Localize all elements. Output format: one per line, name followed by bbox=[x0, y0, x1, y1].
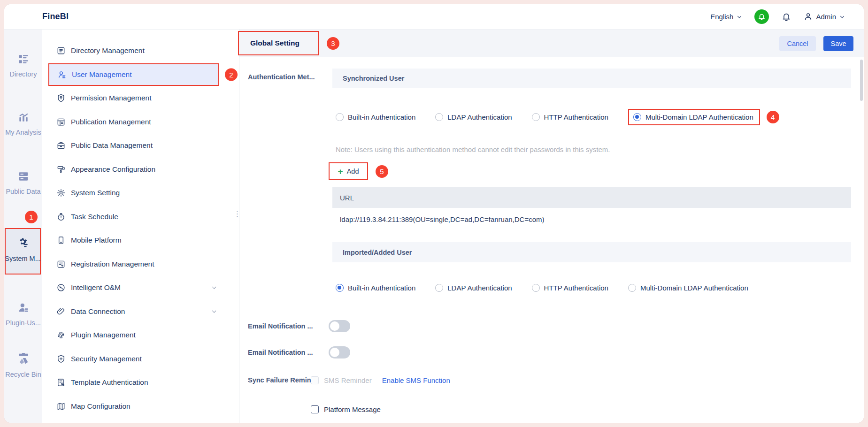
rail-item-plugin-us-[interactable]: Plugin-Us... bbox=[4, 301, 42, 327]
template-authentication-icon bbox=[56, 378, 66, 387]
radio-button[interactable] bbox=[532, 284, 540, 292]
enable-sms-link[interactable]: Enable SMS Function bbox=[382, 376, 450, 384]
menu-item-registration-management[interactable]: Registration Management bbox=[42, 252, 239, 276]
email-notification-toggle-2[interactable] bbox=[329, 346, 350, 358]
menu-item-public-data-management[interactable]: Public Data Management bbox=[42, 134, 239, 158]
person-icon bbox=[804, 12, 813, 21]
platform-message-checkbox[interactable] bbox=[311, 405, 319, 413]
step-badge-5: 5 bbox=[376, 165, 388, 178]
radio-ldap-authentication[interactable]: LDAP Authentication bbox=[435, 113, 512, 121]
menu-item-security-management[interactable]: Security Management bbox=[42, 347, 239, 371]
radio-built-in-authentication[interactable]: Built-in Authentication bbox=[336, 113, 415, 121]
step-badge-1: 1 bbox=[25, 211, 38, 223]
public-data-management-icon bbox=[56, 141, 66, 150]
bell-icon bbox=[757, 12, 766, 21]
appearance-configuration-icon bbox=[56, 165, 66, 174]
sms-reminder-label: SMS Reminder bbox=[324, 376, 372, 384]
radio-button[interactable] bbox=[336, 113, 344, 121]
rail-item-public-data[interactable]: Public Data bbox=[4, 169, 42, 195]
recycle-bin-icon bbox=[16, 352, 31, 366]
plugin-user-icon bbox=[16, 301, 31, 315]
step-badge-4: 4 bbox=[767, 111, 779, 123]
app-logo: FineBI bbox=[42, 12, 69, 22]
imported-user-header: Imported/Added User bbox=[332, 242, 851, 262]
vertical-scrollbar[interactable] bbox=[860, 60, 863, 101]
user-name: Admin bbox=[816, 13, 836, 21]
email-notification-row-2: Email Notification ... bbox=[248, 345, 350, 359]
menu-item-permission-management[interactable]: Permission Management bbox=[42, 86, 239, 110]
user-menu[interactable]: Admin bbox=[804, 12, 845, 21]
rail-item-directory[interactable]: Directory bbox=[4, 52, 42, 78]
menu-item-intelligent-o-m[interactable]: Intelligent O&M bbox=[42, 276, 239, 300]
cancel-button[interactable]: Cancel bbox=[779, 36, 816, 51]
module-rail: DirectoryMy AnalysisPublic Data1System M… bbox=[4, 30, 42, 423]
radio-button[interactable] bbox=[435, 284, 443, 292]
main-panel: Global Setting 3 Cancel Save Authenticat… bbox=[239, 30, 864, 423]
save-button[interactable]: Save bbox=[823, 36, 853, 51]
radio-multi-domain-ldap-authentication[interactable]: Multi-Domain LDAP Authentication bbox=[628, 284, 748, 292]
plus-icon: + bbox=[338, 167, 343, 176]
plugin-management-icon bbox=[56, 330, 66, 340]
chevron-down-icon bbox=[737, 14, 742, 20]
radio-multi-domain-ldap-authentication[interactable]: Multi-Domain LDAP Authentication bbox=[633, 113, 753, 121]
sms-reminder-checkbox[interactable] bbox=[311, 376, 319, 384]
radio-button[interactable] bbox=[336, 284, 344, 292]
notification-enabled-icon[interactable] bbox=[754, 9, 769, 24]
screenshot-stage: FineBI English Admin bbox=[0, 0, 868, 427]
system-management-icon bbox=[17, 237, 29, 251]
rail-item-recycle-bin[interactable]: Recycle Bin bbox=[4, 352, 42, 378]
bell-outline-icon bbox=[781, 12, 791, 22]
url-table-header: URL bbox=[332, 187, 851, 208]
add-button[interactable]: + Add bbox=[329, 162, 368, 180]
email-notification-toggle-1[interactable] bbox=[329, 320, 350, 332]
menu-item-map-configuration[interactable]: Map Configuration bbox=[42, 395, 239, 419]
system-setting-icon bbox=[56, 188, 66, 198]
publication-management-icon bbox=[56, 117, 66, 127]
notifications-button[interactable] bbox=[781, 12, 791, 22]
language-label: English bbox=[710, 13, 733, 21]
synchronized-auth-radio-group: Built-in AuthenticationLDAP Authenticati… bbox=[336, 109, 779, 125]
rail-item-system-m-[interactable]: System M... bbox=[5, 228, 41, 274]
annotation-box-3: Global Setting bbox=[238, 31, 319, 55]
url-table-row[interactable]: ldap://119.3.84.211:389(OU=single,DC=ad,… bbox=[340, 215, 545, 223]
menu-item-directory-management[interactable]: Directory Management bbox=[42, 39, 239, 63]
my-analysis-icon bbox=[16, 110, 31, 124]
registration-management-icon bbox=[56, 259, 66, 269]
radio-ldap-authentication[interactable]: LDAP Authentication bbox=[435, 284, 512, 292]
top-bar-right: English Admin bbox=[710, 9, 845, 24]
radio-button[interactable] bbox=[633, 113, 641, 121]
radio-button[interactable] bbox=[435, 113, 443, 121]
task-schedule-icon bbox=[56, 212, 66, 221]
radio-http-authentication[interactable]: HTTP Authentication bbox=[532, 284, 608, 292]
email-notification-row-1: Email Notification ... bbox=[248, 319, 350, 333]
menu-item-publication-management[interactable]: Publication Management bbox=[42, 110, 239, 134]
radio-button[interactable] bbox=[532, 113, 540, 121]
email-notification-label-2: Email Notification ... bbox=[248, 349, 329, 356]
menu-item-appearance-configuration[interactable]: Appearance Configuration bbox=[42, 158, 239, 182]
email-notification-label-1: Email Notification ... bbox=[248, 322, 329, 330]
menu-item-user-management[interactable]: User Management2 bbox=[48, 63, 219, 86]
menu-item-data-connection[interactable]: Data Connection bbox=[42, 300, 239, 324]
sync-failure-label: Sync Failure Remin... bbox=[248, 376, 306, 384]
menu-item-task-schedule[interactable]: Task Schedule bbox=[42, 205, 239, 229]
radio-built-in-authentication[interactable]: Built-in Authentication bbox=[336, 284, 415, 292]
panel-resize-handle[interactable]: ⋮ bbox=[234, 213, 241, 215]
chevron-down-icon[interactable] bbox=[211, 308, 217, 315]
platform-message-row: Platform Message bbox=[311, 404, 381, 415]
permission-management-icon bbox=[56, 93, 66, 103]
menu-item-plugin-management[interactable]: Plugin Management bbox=[42, 323, 239, 347]
mobile-platform-icon bbox=[56, 236, 66, 245]
radio-button[interactable] bbox=[628, 284, 636, 292]
user-management-icon bbox=[57, 70, 67, 79]
radio-http-authentication[interactable]: HTTP Authentication bbox=[532, 113, 608, 121]
security-management-icon bbox=[56, 354, 66, 364]
rail-item-my-analysis[interactable]: My Analysis bbox=[4, 110, 42, 136]
menu-item-mobile-platform[interactable]: Mobile Platform bbox=[42, 229, 239, 252]
language-selector[interactable]: English bbox=[710, 13, 742, 21]
menu-item-system-setting[interactable]: System Setting bbox=[42, 181, 239, 205]
page-title: Global Setting bbox=[239, 39, 300, 47]
setting-form: Authentication Met... Synchronized User … bbox=[239, 57, 864, 423]
auth-method-label: Authentication Met... bbox=[248, 73, 315, 81]
menu-item-template-authentication[interactable]: Template Authentication bbox=[42, 371, 239, 395]
chevron-down-icon[interactable] bbox=[211, 284, 217, 291]
